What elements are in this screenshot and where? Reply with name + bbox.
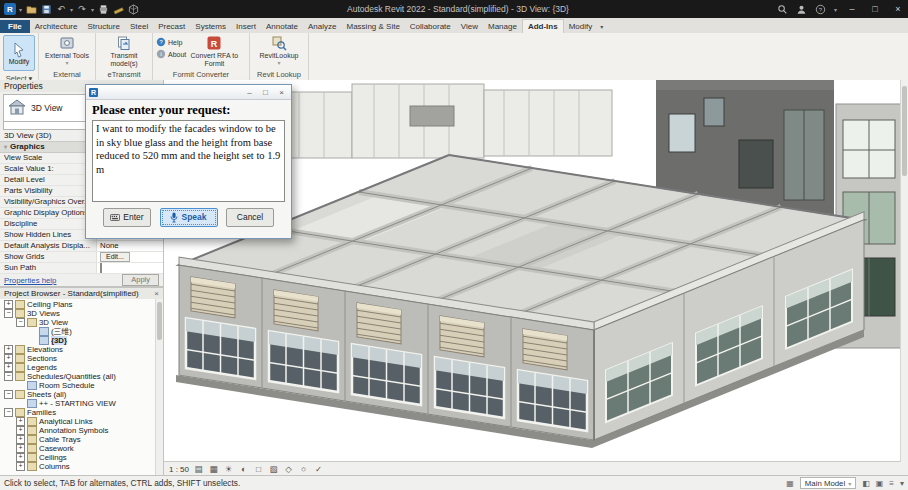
expand-icon[interactable]: [4, 300, 13, 309]
expand-icon[interactable]: [16, 453, 25, 462]
collapse-icon[interactable]: [4, 390, 13, 399]
shadows-icon[interactable]: ◐: [238, 464, 249, 474]
tree-item-starting-view[interactable]: ++ - STARTING VIEW: [0, 399, 163, 408]
tab-structure[interactable]: Structure: [82, 20, 124, 33]
help-menu-icon[interactable]: ?: [815, 3, 827, 15]
undo-chevron-icon[interactable]: ▾: [70, 6, 73, 13]
tab-collaborate[interactable]: Collaborate: [405, 20, 456, 33]
redo-icon[interactable]: ↷: [76, 3, 88, 15]
tab-systems[interactable]: Systems: [190, 20, 231, 33]
tree-item-3d-current[interactable]: {3D}: [0, 336, 163, 345]
convert-rfa-button[interactable]: R Convert RFA to Formit: [189, 35, 239, 67]
temporary-hide-icon[interactable]: ◇: [283, 464, 294, 474]
tree-item-analytical-links[interactable]: Analytical Links: [0, 417, 163, 426]
enter-button[interactable]: Enter: [103, 208, 151, 227]
minimize-button[interactable]: –: [844, 4, 860, 14]
tree-item-ceiling-plans[interactable]: Ceiling Plans: [0, 300, 163, 309]
expand-icon[interactable]: [4, 354, 13, 363]
apply-button[interactable]: Apply: [122, 274, 159, 286]
default-analysis-value[interactable]: None: [96, 241, 163, 251]
scale-control[interactable]: 1 : 50: [169, 465, 189, 474]
expand-icon[interactable]: [16, 417, 25, 426]
sun-path-checkbox[interactable]: [100, 263, 102, 273]
external-tools-button[interactable]: External Tools ▾: [42, 35, 92, 66]
design-options-icon[interactable]: ◧: [862, 479, 870, 488]
open-file-icon[interactable]: [25, 3, 37, 15]
revitlookup-button[interactable]: RevitLookup ▾: [254, 35, 304, 66]
tab-modify[interactable]: Modify: [564, 20, 598, 33]
worksets-icon[interactable]: ▦: [786, 479, 794, 488]
canvas-scrollbar[interactable]: [900, 80, 908, 462]
expand-icon[interactable]: [16, 462, 25, 471]
show-grids-edit-button[interactable]: Edit...: [100, 252, 130, 262]
undo-icon[interactable]: ↶: [55, 3, 67, 15]
analysis-display-icon[interactable]: ✓: [313, 464, 324, 474]
request-input[interactable]: I want to modify the facades window to b…: [92, 120, 285, 202]
tab-insert[interactable]: Insert: [231, 20, 261, 33]
select-links-icon[interactable]: ≡: [889, 479, 894, 488]
selection-filter-icon[interactable]: ▾: [900, 479, 904, 488]
expand-icon[interactable]: [16, 426, 25, 435]
sun-settings-icon[interactable]: ☀: [223, 464, 234, 474]
tab-view[interactable]: View: [456, 20, 483, 33]
tab-precast[interactable]: Precast: [153, 20, 190, 33]
expand-icon[interactable]: [16, 444, 25, 453]
tab-massing-site[interactable]: Massing & Site: [341, 20, 404, 33]
tab-annotate[interactable]: Annotate: [261, 20, 303, 33]
measure-icon[interactable]: [112, 3, 124, 15]
tree-item-casework[interactable]: Casework: [0, 444, 163, 453]
transmit-model-button[interactable]: Transmit model(s): [99, 35, 149, 67]
dialog-maximize-button[interactable]: □: [259, 88, 272, 97]
tree-item-ceilings[interactable]: Ceilings: [0, 453, 163, 462]
tree-item-legends[interactable]: Legends: [0, 363, 163, 372]
tab-steel[interactable]: Steel: [125, 20, 153, 33]
expand-icon[interactable]: [4, 363, 13, 372]
main-model-dropdown[interactable]: Main Model ▾: [800, 477, 856, 489]
reveal-hidden-icon[interactable]: ○: [298, 464, 309, 474]
print-icon[interactable]: [97, 3, 109, 15]
modify-button[interactable]: Modify: [3, 35, 35, 71]
help-button[interactable]: ? Help: [156, 37, 186, 47]
ribbon-state-chevron-icon[interactable]: ▾: [600, 23, 603, 33]
collapse-icon[interactable]: [16, 318, 25, 327]
tree-item-3d-view[interactable]: 3D View: [0, 318, 163, 327]
tab-architecture[interactable]: Architecture: [30, 20, 83, 33]
expand-icon[interactable]: [16, 435, 25, 444]
maximize-button[interactable]: □: [867, 4, 883, 14]
collapse-icon[interactable]: [4, 372, 13, 381]
cancel-button[interactable]: Cancel: [226, 208, 274, 227]
help-chevron-icon[interactable]: ▾: [834, 6, 837, 13]
tree-item-sections[interactable]: Sections: [0, 354, 163, 363]
graphics-collapse-icon[interactable]: ▾: [4, 142, 7, 152]
tree-item-cable-trays[interactable]: Cable Trays: [0, 435, 163, 444]
tree-item-families[interactable]: Families: [0, 408, 163, 417]
collapse-icon[interactable]: [4, 309, 13, 318]
tab-add-ins[interactable]: Add-Ins: [522, 19, 564, 33]
tree-item-room-schedule[interactable]: Room Schedule: [0, 381, 163, 390]
crop-view-icon[interactable]: □: [253, 464, 264, 474]
browser-scrollbar[interactable]: [155, 299, 163, 476]
tab-analyze[interactable]: Analyze: [303, 20, 341, 33]
properties-help-link[interactable]: Properties help: [4, 276, 56, 285]
dialog-title-bar[interactable]: R – □ ×: [86, 85, 291, 100]
tree-item-sheets[interactable]: Sheets (all): [0, 390, 163, 399]
dialog-minimize-button[interactable]: –: [243, 88, 256, 97]
canvas-scrollbar-thumb[interactable]: [902, 86, 907, 176]
tab-file[interactable]: File: [0, 20, 30, 33]
browser-scrollbar-thumb[interactable]: [157, 302, 162, 340]
close-button[interactable]: ×: [890, 4, 906, 14]
tree-item-annotation-symbols[interactable]: Annotation Symbols: [0, 426, 163, 435]
tree-item-sanwei-view[interactable]: (三维): [0, 327, 163, 336]
save-icon[interactable]: [40, 3, 52, 15]
show-crop-icon[interactable]: ▧: [268, 464, 279, 474]
expand-icon[interactable]: [4, 345, 13, 354]
detail-level-icon[interactable]: ▤: [193, 464, 204, 474]
project-browser-close-icon[interactable]: ×: [154, 288, 159, 299]
tree-item-3d-views[interactable]: 3D Views: [0, 309, 163, 318]
tree-item-elevations[interactable]: Elevations: [0, 345, 163, 354]
collapse-icon[interactable]: [4, 408, 13, 417]
editable-only-icon[interactable]: ▣: [876, 479, 884, 488]
app-menu-chevron-icon[interactable]: ▾: [19, 6, 22, 13]
speak-button[interactable]: Speak: [160, 208, 218, 227]
redo-chevron-icon[interactable]: ▾: [91, 6, 94, 13]
